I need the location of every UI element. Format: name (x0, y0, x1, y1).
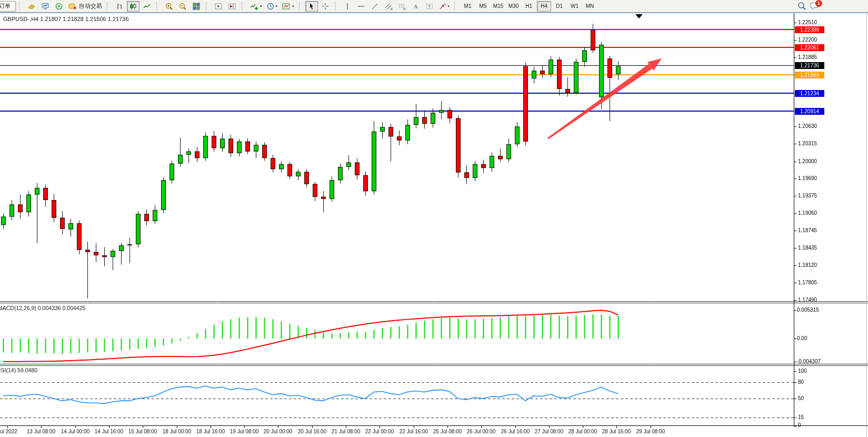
line-chart-button[interactable] (141, 1, 153, 12)
tf-label: D1 (556, 3, 563, 9)
search-icon (797, 1, 806, 11)
vertical-line-icon (343, 2, 352, 11)
fibonacci-icon: F (398, 2, 406, 11)
tf-label: M1 (464, 3, 472, 9)
trendline-button[interactable] (368, 1, 381, 12)
tf-label: W1 (571, 3, 578, 9)
trendline-icon (371, 2, 379, 11)
chevron-down-icon: ▾ (276, 4, 278, 8)
chart-shift-button[interactable] (226, 1, 238, 12)
chevron-down-icon: ▾ (448, 4, 450, 8)
notification-badge[interactable]: 1 (815, 0, 822, 7)
fibonacci-button[interactable]: F (396, 1, 408, 12)
zoom-in-icon (165, 2, 173, 11)
toolbar-grip (242, 2, 244, 11)
terminal-button[interactable] (39, 1, 52, 12)
toolbar-grip (335, 2, 337, 11)
tf-label: H1 (525, 3, 532, 9)
signal-button[interactable] (53, 1, 65, 12)
tf-m1-button[interactable]: M1 (461, 1, 475, 12)
search-button[interactable] (795, 1, 808, 11)
horizontal-line-icon (357, 2, 365, 11)
tf-label: M5 (480, 3, 487, 9)
arrows-button[interactable]: ▾ (437, 1, 452, 12)
auto-scroll-icon (214, 2, 223, 11)
auto-scroll-button[interactable] (212, 1, 225, 12)
toolbar-grip (299, 2, 302, 11)
tf-m5-button[interactable]: M5 (476, 1, 490, 12)
chart-title: GBPUSD-,H4 1.21807 1.21828 1.21506 1.217… (3, 16, 129, 22)
window-right-edge (866, 13, 867, 437)
candlestick-chart-button[interactable] (127, 1, 139, 12)
chart-shift-marker[interactable] (635, 14, 643, 18)
template-icon (282, 2, 291, 11)
toolbar-grip (156, 2, 159, 11)
periods-button[interactable]: ▾ (265, 1, 280, 12)
trading-terminal-window: { "toolbar": { "new_order_label": "订单", … (0, 0, 868, 437)
autotrading-icon (68, 2, 77, 11)
bar-chart-icon (115, 2, 124, 11)
toolbar-grip (19, 2, 22, 11)
tile-windows-button[interactable] (190, 1, 203, 12)
svg-text:T: T (428, 4, 431, 9)
tf-w1-button[interactable]: W1 (567, 1, 582, 12)
zoom-out-button[interactable] (176, 1, 189, 12)
text-button[interactable]: A (410, 1, 422, 12)
autotrading-label: 自动交易 (79, 2, 102, 10)
tf-m15-button[interactable]: M15 (491, 1, 505, 12)
new-order-button[interactable]: 订单 (0, 1, 16, 12)
clock-icon (266, 2, 275, 11)
cursor-button[interactable] (305, 1, 318, 12)
text-label-icon: T (425, 2, 434, 11)
toolbar-grip (454, 2, 457, 11)
vertical-line-button[interactable] (341, 1, 354, 12)
toolbar-grip (206, 2, 208, 11)
text-icon: A (412, 2, 420, 11)
cursor-icon (307, 2, 316, 11)
crosshair-icon (321, 2, 330, 11)
tile-windows-icon (192, 2, 201, 11)
tf-h4-button[interactable]: H4 (537, 1, 551, 12)
gold-bar-icon (27, 2, 36, 11)
line-chart-icon (143, 2, 151, 11)
tf-m30-button[interactable]: M30 (506, 1, 521, 12)
tf-label: H4 (541, 3, 547, 9)
indicators-button[interactable]: ▾ (248, 1, 264, 12)
toolbar: 订单 自动交易 ▾ ▾ ▾ E F A T ▾ M1 M5 M15 M30 H1… (0, 0, 868, 13)
horizontal-line-button[interactable] (355, 1, 367, 12)
tf-mn-button[interactable]: MN (583, 1, 597, 12)
channel-button[interactable]: E (382, 1, 395, 12)
zoom-in-button[interactable] (163, 1, 175, 12)
arrow-objects-icon (438, 2, 447, 11)
tf-label: M30 (508, 3, 518, 9)
autotrading-button[interactable]: 自动交易 (66, 1, 104, 12)
svg-text:A: A (414, 3, 418, 9)
label-button[interactable]: T (423, 1, 436, 12)
market-watch-button[interactable] (25, 1, 38, 12)
macd-label: MACD(12,26,9) 0.004336 0.004425 (0, 305, 85, 311)
toolbar-grip (107, 2, 109, 11)
terminal-icon (41, 2, 50, 11)
price-chart-canvas[interactable] (0, 0, 868, 437)
bar-chart-button[interactable] (113, 1, 126, 12)
candlestick-chart-icon (129, 2, 137, 11)
signal-icon (54, 2, 64, 11)
rsi-label: RSI(14) 59.0480 (0, 367, 37, 373)
chevron-down-icon: ▾ (292, 4, 294, 8)
equidistant-channel-icon: E (384, 2, 393, 11)
add-indicator-icon (250, 2, 259, 11)
tf-h1-button[interactable]: H1 (522, 1, 536, 12)
templates-button[interactable]: ▾ (280, 1, 296, 12)
crosshair-button[interactable] (319, 1, 332, 12)
zoom-out-icon (178, 2, 187, 11)
tf-d1-button[interactable]: D1 (552, 1, 566, 12)
chart-shift-icon (228, 2, 236, 11)
tf-label: M15 (493, 3, 503, 9)
svg-text:F: F (403, 7, 405, 11)
svg-text:E: E (391, 7, 393, 11)
tf-label: MN (586, 3, 594, 9)
chevron-down-icon: ▾ (260, 4, 262, 8)
